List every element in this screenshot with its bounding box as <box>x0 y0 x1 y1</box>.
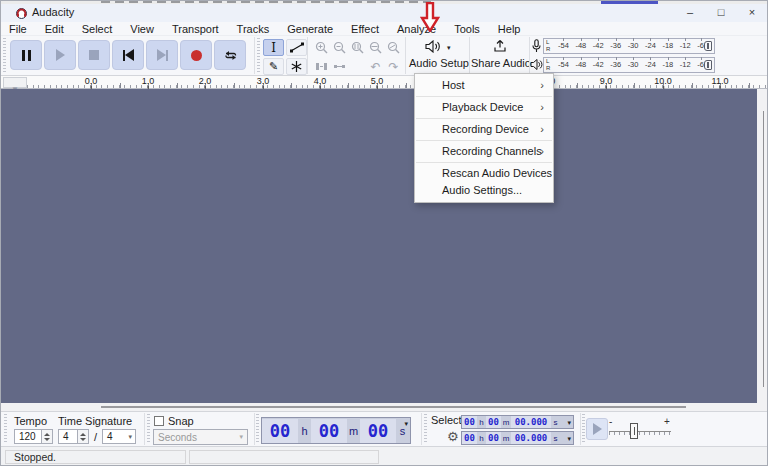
transport-toolbar-grip[interactable] <box>3 38 6 72</box>
meter-scale-label: -36 <box>610 39 621 53</box>
trim-audio-button[interactable] <box>313 58 330 75</box>
time-signature-lower-select[interactable]: 4 ▾ <box>102 429 136 444</box>
silence-icon <box>333 61 346 72</box>
snap-toolbar-grip[interactable] <box>147 414 150 444</box>
undo-button[interactable]: ↶ <box>367 58 384 75</box>
silence-audio-button[interactable] <box>331 58 348 75</box>
tempo-spinner[interactable] <box>42 429 53 444</box>
status-field <box>189 450 379 464</box>
menu-item-audio-settings[interactable]: Audio Settings... <box>415 182 553 199</box>
pause-button[interactable] <box>10 40 42 70</box>
track-area[interactable] <box>1 89 757 403</box>
meter-scale-label: -48 <box>575 58 586 72</box>
menu-view[interactable]: View <box>121 23 163 35</box>
time-signature-spinner[interactable] <box>78 429 89 444</box>
vertical-scrollbar-thumb[interactable] <box>763 111 764 387</box>
time-seconds[interactable]: 00 <box>360 419 396 443</box>
multi-tool-button[interactable] <box>286 58 307 75</box>
tempo-input[interactable]: 120 <box>14 429 42 444</box>
play-icon <box>56 49 65 61</box>
snap-mode-select[interactable]: Seconds ▾ <box>153 429 248 445</box>
selection-end-field[interactable]: 00 h 00 m 00.000 s ▾ <box>461 431 574 445</box>
menu-file[interactable]: File <box>9 23 36 35</box>
share-audio-button[interactable]: Share Audio <box>471 37 528 74</box>
play-at-speed-grip[interactable] <box>582 414 585 444</box>
audio-setup-speaker-icon <box>425 40 442 53</box>
redo-button[interactable]: ↷ <box>385 58 402 75</box>
playback-meter[interactable]: L R -54 -48 -42 -36 -30 -24 -18 -12 -6 <box>543 57 715 73</box>
time-display-grip[interactable] <box>256 414 259 444</box>
meter-scale: -54 -48 -42 -36 -30 -24 -18 -12 -6 <box>558 39 704 53</box>
ruler-label: 9.0 <box>600 76 613 86</box>
chevron-down-icon[interactable]: ▾ <box>404 420 408 428</box>
menu-item-playback-device[interactable]: Playback Device › <box>415 99 553 116</box>
zoom-fit-button[interactable] <box>367 39 384 56</box>
play-button[interactable] <box>44 40 76 70</box>
time-toolbar-grip[interactable] <box>4 414 7 444</box>
envelope-tool-button[interactable] <box>286 39 307 56</box>
selection-toolbar-grip[interactable] <box>424 414 427 444</box>
menu-item-rescan-audio-devices[interactable]: Rescan Audio Devices <box>415 165 553 182</box>
time-minutes[interactable]: 00 <box>311 419 347 443</box>
play-at-speed-button[interactable] <box>586 418 608 440</box>
menu-item-recording-channels[interactable]: Recording Channels › <box>415 143 553 160</box>
menu-help[interactable]: Help <box>489 23 530 35</box>
menu-item-recording-device[interactable]: Recording Device › <box>415 121 553 138</box>
time-signature-upper-input[interactable]: 4 <box>58 429 78 444</box>
horizontal-scrollbar-thumb[interactable] <box>101 406 686 408</box>
zoom-out-button[interactable] <box>331 39 348 56</box>
record-button[interactable] <box>180 40 212 70</box>
ruler-label: 10.0 <box>654 76 672 86</box>
playback-speaker-icon <box>530 59 543 70</box>
chevron-down-icon: ▾ <box>239 433 243 441</box>
skip-to-end-button[interactable] <box>146 40 178 70</box>
menu-generate[interactable]: Generate <box>278 23 342 35</box>
menu-effect[interactable]: Effect <box>342 23 388 35</box>
close-button[interactable]: × <box>739 4 765 21</box>
submenu-arrow-icon: › <box>540 99 544 116</box>
minimize-button[interactable]: – <box>677 4 703 21</box>
stop-icon <box>89 50 99 60</box>
menu-tools[interactable]: Tools <box>445 23 489 35</box>
meter-scale-label: -54 <box>558 58 569 72</box>
speed-minus-label: - <box>609 416 612 427</box>
zoom-toggle-button[interactable] <box>385 39 402 56</box>
chevron-down-icon[interactable]: ▾ <box>567 419 571 427</box>
zoom-fit-icon <box>369 41 382 54</box>
selection-start-field[interactable]: 00 h 00 m 00.000 s ▾ <box>461 415 574 429</box>
time-display[interactable]: 00 h 00 m 00 s ▾ <box>261 417 411 444</box>
speed-slider-thumb[interactable] <box>630 423 638 439</box>
maximize-button[interactable]: □ <box>708 4 734 21</box>
audio-setup-menu: Host › Playback Device › Recording Devic… <box>414 73 554 203</box>
tools-toolbar-grip[interactable] <box>257 38 260 72</box>
recording-meter[interactable]: L R -54 -48 -42 -36 -30 -24 -18 -12 -6 <box>543 38 715 54</box>
zoom-selection-button[interactable] <box>349 39 366 56</box>
toolbar-separator <box>144 413 145 445</box>
selection-tool-button[interactable]: I <box>263 39 284 56</box>
menu-select[interactable]: Select <box>73 23 122 35</box>
menu-edit[interactable]: Edit <box>36 23 73 35</box>
audio-setup-button[interactable]: ▾ Audio Setup <box>409 37 467 74</box>
snap-checkbox[interactable] <box>154 416 164 426</box>
menu-item-host[interactable]: Host › <box>415 77 553 94</box>
skip-to-start-button[interactable] <box>112 40 144 70</box>
chevron-down-icon[interactable]: ▾ <box>567 435 571 443</box>
clip-indicator <box>704 60 712 70</box>
ruler-label: 1.0 <box>142 76 155 86</box>
speed-slider-ticks <box>609 432 671 435</box>
menu-tracks[interactable]: Tracks <box>228 23 279 35</box>
draw-tool-button[interactable]: ✎ <box>263 58 284 75</box>
draw-tool-icon: ✎ <box>269 61 278 72</box>
stop-button[interactable] <box>78 40 110 70</box>
toolbar-separator <box>469 37 470 74</box>
toolbar-separator <box>405 37 406 74</box>
time-hours[interactable]: 00 <box>262 419 298 443</box>
meter-scale: -54 -48 -42 -36 -30 -24 -18 -12 -6 <box>558 58 704 72</box>
loop-button[interactable] <box>214 40 246 70</box>
timeline-options-button[interactable]: ▼ <box>3 77 27 88</box>
gear-icon[interactable]: ⚙ <box>447 429 459 444</box>
meter-scale-label: -18 <box>662 58 673 72</box>
share-audio-label: Share Audio <box>471 57 528 69</box>
zoom-in-button[interactable] <box>313 39 330 56</box>
menu-transport[interactable]: Transport <box>163 23 228 35</box>
